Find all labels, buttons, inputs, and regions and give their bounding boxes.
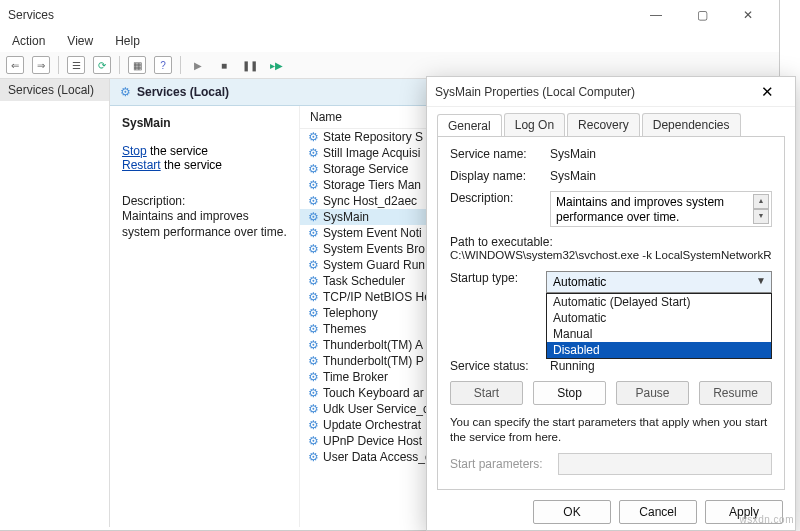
stop-service-link-row: Stop the service [122, 144, 287, 158]
gear-icon: ⚙ [308, 451, 319, 463]
startup-type-select[interactable]: Automatic ▼ Automatic (Delayed Start)Aut… [546, 271, 772, 293]
description-box: Maintains and improves system performanc… [550, 191, 772, 227]
stop-suffix: the service [147, 144, 208, 158]
value-path: C:\WINDOWS\system32\svchost.exe -k Local… [450, 249, 772, 261]
list-item-label: Update Orchestrat [323, 418, 421, 432]
minimize-button[interactable]: — [633, 0, 679, 30]
watermark: wsxdn.com [739, 514, 794, 525]
startup-type-value[interactable]: Automatic [546, 271, 772, 293]
pane-title: Services (Local) [137, 85, 229, 99]
gear-icon: ⚙ [308, 131, 319, 143]
refresh-icon[interactable]: ⟳ [93, 56, 111, 74]
label-service-name: Service name: [450, 147, 550, 161]
separator [180, 56, 181, 74]
description-text: Maintains and improves system performanc… [122, 208, 287, 240]
maximize-button[interactable]: ▢ [679, 0, 725, 30]
gear-icon: ⚙ [308, 371, 319, 383]
gear-icon: ⚙ [308, 435, 319, 447]
list-item-label: Storage Service [323, 162, 408, 176]
play-icon[interactable]: ▶ [189, 56, 207, 74]
list-item-label: System Events Bro [323, 242, 425, 256]
pause-button[interactable]: Pause [616, 381, 689, 405]
dropdown-option[interactable]: Automatic (Delayed Start) [547, 294, 771, 310]
dropdown-option[interactable]: Disabled [547, 342, 771, 358]
gear-icon: ⚙ [308, 259, 319, 271]
startup-type-dropdown[interactable]: Automatic (Delayed Start)AutomaticManual… [546, 293, 772, 359]
start-parameters-input [558, 453, 772, 475]
gear-icon: ⚙ [308, 147, 319, 159]
menu-action[interactable]: Action [8, 32, 49, 50]
resume-button[interactable]: Resume [699, 381, 772, 405]
description-scroller[interactable]: ▲▼ [753, 194, 769, 224]
label-startup-type: Startup type: [450, 271, 546, 285]
description-value: Maintains and improves system performanc… [556, 195, 724, 224]
chevron-down-icon[interactable]: ▼ [753, 209, 769, 224]
properties-dialog: SysMain Properties (Local Computer) ✕ Ge… [426, 76, 796, 531]
gear-icon: ⚙ [308, 403, 319, 415]
value-display-name: SysMain [550, 169, 772, 183]
restart-suffix: the service [161, 158, 222, 172]
list-item-label: UPnP Device Host [323, 434, 422, 448]
restart-icon[interactable]: ▸▶ [267, 56, 285, 74]
list-item-label: Still Image Acquisi [323, 146, 420, 160]
list-item-label: Thunderbolt(TM) A [323, 338, 423, 352]
value-service-name: SysMain [550, 147, 772, 161]
tab-general-body: Service name: SysMain Display name: SysM… [437, 136, 785, 490]
dropdown-option[interactable]: Automatic [547, 310, 771, 326]
list-item-label: System Event Noti [323, 226, 422, 240]
separator [119, 56, 120, 74]
list-item-label: Sync Host_d2aec [323, 194, 417, 208]
label-path: Path to executable: [450, 235, 772, 249]
gear-icon: ⚙ [308, 243, 319, 255]
tabs: General Log On Recovery Dependencies [427, 107, 795, 136]
ok-button[interactable]: OK [533, 500, 611, 524]
start-params-note: You can specify the start parameters tha… [450, 415, 772, 445]
forward-icon[interactable]: ⇒ [32, 56, 50, 74]
gear-icon: ⚙ [308, 355, 319, 367]
restart-link[interactable]: Restart [122, 158, 161, 172]
selected-service-name: SysMain [122, 116, 287, 130]
chevron-up-icon[interactable]: ▲ [753, 194, 769, 209]
stop-button[interactable]: Stop [533, 381, 606, 405]
help-icon[interactable]: ? [154, 56, 172, 74]
export-icon[interactable]: ▦ [128, 56, 146, 74]
list-item-label: SysMain [323, 210, 369, 224]
menu-help[interactable]: Help [111, 32, 144, 50]
gear-icon: ⚙ [308, 179, 319, 191]
start-button[interactable]: Start [450, 381, 523, 405]
properties-icon[interactable]: ☰ [67, 56, 85, 74]
gear-icon: ⚙ [308, 275, 319, 287]
list-item-label: Touch Keyboard ar [323, 386, 424, 400]
pause-icon[interactable]: ❚❚ [241, 56, 259, 74]
close-button[interactable]: ✕ [725, 0, 771, 30]
tree-node-services-local[interactable]: Services (Local) [0, 79, 109, 101]
stop-link[interactable]: Stop [122, 144, 147, 158]
gear-icon: ⚙ [308, 419, 319, 431]
stop-icon[interactable]: ■ [215, 56, 233, 74]
gear-icon: ⚙ [308, 339, 319, 351]
description-label: Description: [122, 194, 287, 208]
list-item-label: System Guard Run [323, 258, 425, 272]
gear-icon: ⚙ [308, 323, 319, 335]
label-display-name: Display name: [450, 169, 550, 183]
chevron-down-icon[interactable]: ▼ [756, 275, 766, 286]
menu-view[interactable]: View [63, 32, 97, 50]
list-item-label: State Repository S [323, 130, 423, 144]
tab-recovery[interactable]: Recovery [567, 113, 640, 136]
list-item-label: User Data Access_c [323, 450, 431, 464]
tab-logon[interactable]: Log On [504, 113, 565, 136]
tab-general[interactable]: General [437, 114, 502, 137]
list-item-label: Telephony [323, 306, 378, 320]
dropdown-option[interactable]: Manual [547, 326, 771, 342]
cancel-button[interactable]: Cancel [619, 500, 697, 524]
tab-dependencies[interactable]: Dependencies [642, 113, 741, 136]
dialog-close-button[interactable]: ✕ [747, 83, 787, 101]
window-title: Services [8, 8, 633, 22]
titlebar: Services — ▢ ✕ [0, 0, 779, 30]
list-item-label: TCP/IP NetBIOS He [323, 290, 431, 304]
separator [58, 56, 59, 74]
label-description: Description: [450, 191, 550, 205]
list-item-label: Time Broker [323, 370, 388, 384]
back-icon[interactable]: ⇐ [6, 56, 24, 74]
label-start-parameters: Start parameters: [450, 457, 550, 471]
